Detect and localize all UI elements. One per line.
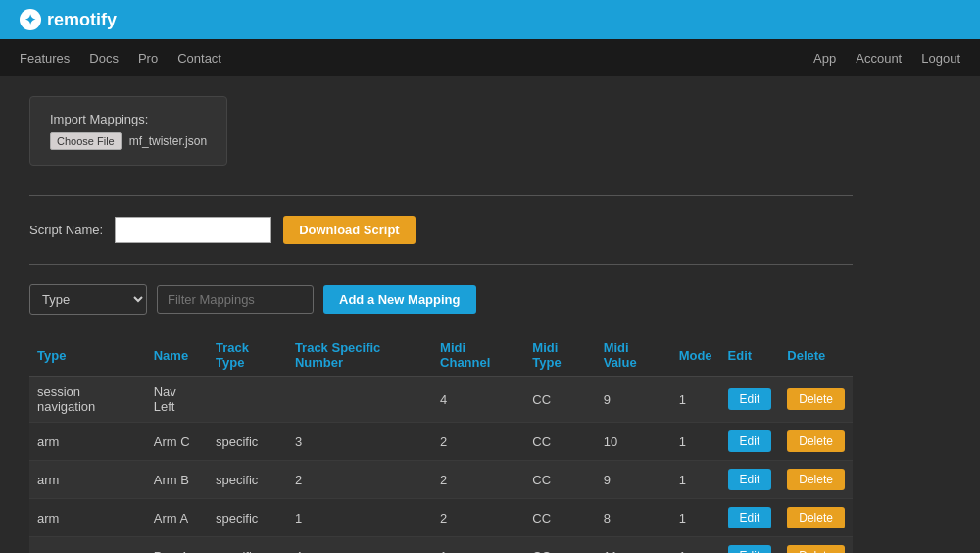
cell-mode: 1 — [671, 499, 720, 537]
cell-track_type: specific — [208, 537, 287, 554]
col-name: Name — [146, 334, 208, 377]
cell-track_type — [208, 377, 287, 423]
nav-docs[interactable]: Docs — [89, 51, 119, 66]
col-track-type: Track Type — [208, 334, 287, 377]
edit-button[interactable]: Edit — [728, 507, 772, 528]
cell-track_specific_number — [287, 377, 432, 423]
add-mapping-button[interactable]: Add a New Mapping — [323, 285, 476, 314]
col-delete: Delete — [779, 334, 853, 377]
cell-name: Nav Left — [146, 377, 208, 423]
logo-text: remotify — [47, 10, 117, 30]
cell-track_type: specific — [208, 499, 287, 537]
cell-midi_type: CC — [524, 423, 595, 461]
cell-midi_value: 10 — [596, 423, 671, 461]
nav-pro[interactable]: Pro — [138, 51, 158, 66]
nav-bar: Features Docs Pro Contact App Account Lo… — [0, 39, 980, 76]
import-label: Import Mappings: — [50, 112, 207, 126]
cell-track_type: specific — [208, 461, 287, 499]
cell-name: Pan 4 — [146, 537, 208, 554]
cell-midi_channel: 2 — [432, 461, 524, 499]
cell-midi_value: 9 — [596, 461, 671, 499]
cell-midi_type: CC — [524, 461, 595, 499]
edit-button[interactable]: Edit — [728, 430, 772, 452]
table-row: armArm Bspecific22CC91EditDelete — [29, 461, 853, 499]
cell-track_type: specific — [208, 423, 287, 461]
script-name-label: Script Name: — [29, 223, 103, 237]
table-row: session navigationNav Left4CC91EditDelet… — [29, 377, 853, 423]
col-midi-value: Midi Value — [596, 334, 671, 377]
file-name: mf_twister.json — [129, 134, 207, 148]
filter-row: Type session navigation arm pan volume s… — [29, 284, 853, 315]
col-midi-type: Midi Type — [524, 334, 595, 377]
table-row: panPan 4specific41CC111EditDelete — [29, 537, 853, 554]
col-track-specific-number: Track Specific Number — [287, 334, 432, 377]
filter-mappings-input[interactable] — [157, 285, 314, 314]
col-edit: Edit — [720, 334, 780, 377]
table-row: armArm Cspecific32CC101EditDelete — [29, 423, 853, 461]
cell-delete: Delete — [779, 537, 853, 554]
cell-type: arm — [29, 423, 146, 461]
edit-button[interactable]: Edit — [728, 545, 772, 553]
cell-delete: Delete — [779, 423, 853, 461]
cell-edit: Edit — [720, 499, 780, 537]
cell-midi_channel: 2 — [432, 499, 524, 537]
divider-1 — [29, 195, 853, 196]
cell-delete: Delete — [779, 461, 853, 499]
cell-name: Arm A — [146, 499, 208, 537]
main-content: Import Mappings: Choose File mf_twister.… — [0, 76, 882, 553]
edit-button[interactable]: Edit — [728, 388, 772, 410]
cell-type: session navigation — [29, 377, 146, 423]
script-section: Script Name: Download Script — [29, 216, 853, 244]
cell-delete: Delete — [779, 377, 853, 423]
nav-contact[interactable]: Contact — [177, 51, 221, 66]
cell-edit: Edit — [720, 461, 780, 499]
cell-type: pan — [29, 537, 146, 554]
col-mode: Mode — [671, 334, 720, 377]
delete-button[interactable]: Delete — [787, 545, 845, 553]
cell-mode: 1 — [671, 377, 720, 423]
cell-mode: 1 — [671, 461, 720, 499]
edit-button[interactable]: Edit — [728, 469, 772, 490]
import-section: Import Mappings: Choose File mf_twister.… — [29, 96, 227, 166]
download-script-button[interactable]: Download Script — [283, 216, 416, 244]
nav-logout[interactable]: Logout — [921, 51, 960, 66]
cell-edit: Edit — [720, 423, 780, 461]
cell-type: arm — [29, 461, 146, 499]
cell-track_specific_number: 3 — [287, 423, 432, 461]
logo-icon: ✦ — [20, 9, 41, 30]
cell-edit: Edit — [720, 377, 780, 423]
col-type: Type — [29, 334, 146, 377]
cell-midi_type: CC — [524, 499, 595, 537]
table-row: armArm Aspecific12CC81EditDelete — [29, 499, 853, 537]
nav-app[interactable]: App — [813, 51, 836, 66]
table-header-row: Type Name Track Type Track Specific Numb… — [29, 334, 853, 377]
cell-name: Arm B — [146, 461, 208, 499]
cell-edit: Edit — [720, 537, 780, 554]
cell-track_specific_number: 4 — [287, 537, 432, 554]
cell-mode: 1 — [671, 423, 720, 461]
cell-midi_channel: 1 — [432, 537, 524, 554]
cell-mode: 1 — [671, 537, 720, 554]
cell-track_specific_number: 1 — [287, 499, 432, 537]
cell-track_specific_number: 2 — [287, 461, 432, 499]
table-body: session navigationNav Left4CC91EditDelet… — [29, 377, 853, 554]
delete-button[interactable]: Delete — [787, 507, 845, 528]
mappings-table: Type Name Track Type Track Specific Numb… — [29, 334, 853, 553]
nav-right: App Account Logout — [813, 51, 960, 66]
cell-midi_channel: 4 — [432, 377, 524, 423]
delete-button[interactable]: Delete — [787, 388, 845, 410]
cell-type: arm — [29, 499, 146, 537]
cell-midi_type: CC — [524, 537, 595, 554]
cell-midi_channel: 2 — [432, 423, 524, 461]
type-select[interactable]: Type session navigation arm pan volume s… — [29, 284, 147, 315]
delete-button[interactable]: Delete — [787, 430, 845, 452]
choose-file-button[interactable]: Choose File — [50, 132, 122, 150]
file-input-row: Choose File mf_twister.json — [50, 132, 207, 150]
nav-features[interactable]: Features — [20, 51, 70, 66]
delete-button[interactable]: Delete — [787, 469, 845, 490]
cell-midi_value: 8 — [596, 499, 671, 537]
divider-2 — [29, 264, 853, 265]
script-name-input[interactable] — [115, 217, 271, 243]
nav-account[interactable]: Account — [856, 51, 902, 66]
logo-area: ✦ remotify — [20, 9, 117, 30]
